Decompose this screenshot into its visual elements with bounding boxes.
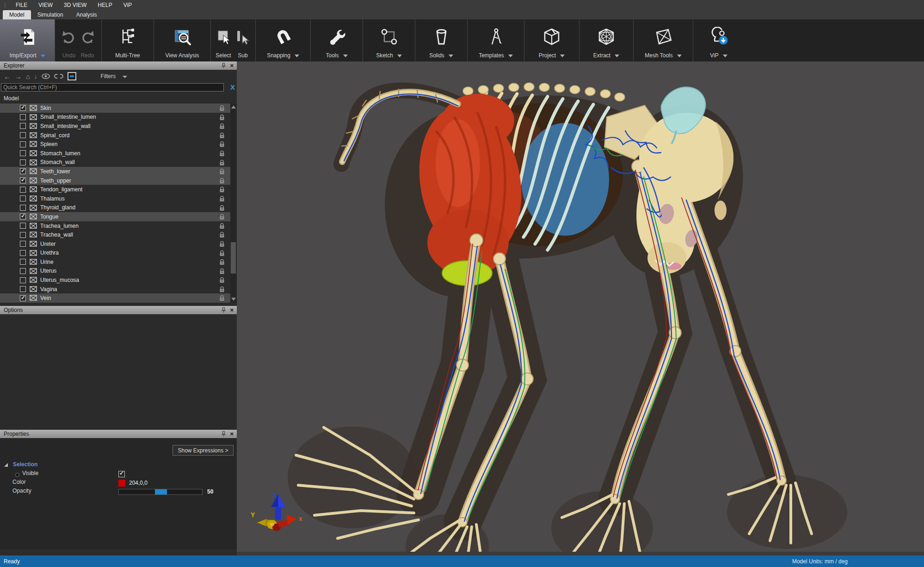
- opacity-slider[interactable]: [118, 489, 203, 495]
- lock-icon[interactable]: [219, 286, 225, 293]
- lock-icon[interactable]: [219, 277, 225, 283]
- visibility-checkbox[interactable]: ✓: [20, 123, 26, 129]
- filters-caret-icon[interactable]: [123, 76, 127, 78]
- link-icon[interactable]: [54, 73, 63, 79]
- menu-3d-view[interactable]: 3D VIEW: [58, 2, 92, 8]
- forward-arrow-icon[interactable]: →: [15, 73, 22, 80]
- tree-item-thalamus[interactable]: ✓ Thalamus: [0, 194, 237, 203]
- multi-tree-button[interactable]: Multi-Tree: [102, 19, 154, 61]
- visibility-checkbox[interactable]: ✓: [20, 187, 26, 193]
- close-icon[interactable]: ✕: [230, 63, 234, 69]
- tree-item-uterus_mucosa[interactable]: ✓ Uterus_mucosa: [0, 275, 237, 285]
- lock-icon[interactable]: [219, 141, 225, 147]
- visible-checkbox[interactable]: ✓: [118, 471, 125, 477]
- tab-simulation[interactable]: Simulation: [31, 10, 70, 19]
- templates-button[interactable]: Templates: [468, 19, 524, 61]
- lock-icon[interactable]: [219, 159, 225, 166]
- tree-item-urine[interactable]: ✓ Urine: [0, 257, 237, 267]
- show-expressions-button[interactable]: Show Expressions >: [172, 445, 234, 456]
- imp-export-button[interactable]: Imp/Export: [0, 19, 55, 61]
- visibility-checkbox[interactable]: ✓: [20, 205, 26, 211]
- visibility-checkbox[interactable]: ✓: [20, 177, 26, 183]
- lock-icon[interactable]: [219, 114, 225, 121]
- lock-icon[interactable]: [219, 195, 225, 202]
- visibility-checkbox[interactable]: ✓: [20, 150, 26, 156]
- tree-item-vagina[interactable]: ✓ Vagina: [0, 285, 237, 294]
- menu-vip[interactable]: ViP: [118, 2, 137, 8]
- visibility-checkbox[interactable]: ✓: [20, 277, 26, 283]
- eye-icon[interactable]: [42, 73, 50, 79]
- lock-icon[interactable]: [219, 132, 225, 139]
- pin-icon[interactable]: [221, 307, 226, 313]
- lock-icon[interactable]: [219, 150, 225, 157]
- tree-item-tongue[interactable]: ✓ Tongue: [0, 212, 237, 221]
- lock-icon[interactable]: [219, 250, 225, 256]
- dropdown-caret-icon[interactable]: [560, 55, 565, 57]
- tree-item-skin[interactable]: ✓ Skin: [0, 104, 237, 113]
- tree-item-teeth_upper[interactable]: ✓ Teeth_upper: [0, 176, 237, 185]
- tree-item-tendon_ligament[interactable]: ✓ Tendon_ligament: [0, 185, 237, 194]
- undo-button[interactable]: Undo: [61, 22, 77, 60]
- dropdown-caret-icon[interactable]: [508, 55, 513, 57]
- lock-icon[interactable]: [219, 186, 225, 193]
- select-button[interactable]: Select: [215, 22, 232, 60]
- lock-icon[interactable]: [219, 223, 225, 229]
- tree-item-thyroid_gland[interactable]: ✓ Thyroid_gland: [0, 203, 237, 213]
- scrollbar-thumb[interactable]: [231, 242, 236, 274]
- lock-icon[interactable]: [219, 177, 225, 184]
- pin-icon[interactable]: [221, 63, 226, 68]
- project-button[interactable]: Project: [524, 19, 579, 61]
- tree-item-trachea_lumen[interactable]: ✓ Trachea_lumen: [0, 221, 237, 231]
- filters-button[interactable]: Filters: [101, 73, 116, 79]
- dropdown-caret-icon[interactable]: [343, 55, 348, 57]
- close-icon[interactable]: ✕: [230, 431, 234, 437]
- menu-file[interactable]: FILE: [10, 2, 33, 8]
- lock-icon[interactable]: [219, 259, 225, 265]
- visibility-checkbox[interactable]: ✓: [20, 168, 26, 174]
- lock-icon[interactable]: [219, 168, 225, 175]
- lock-icon[interactable]: [219, 205, 225, 211]
- opacity-slider-thumb[interactable]: [155, 489, 167, 494]
- visibility-checkbox[interactable]: ✓: [20, 159, 26, 165]
- sub-select-button[interactable]: Sub: [234, 22, 251, 60]
- mesh-display-toggle-icon[interactable]: [68, 72, 76, 80]
- dropdown-caret-icon[interactable]: [723, 55, 727, 57]
- tree-scrollbar[interactable]: [230, 104, 237, 303]
- 3d-viewport[interactable]: z Y x: [237, 61, 924, 552]
- visibility-checkbox[interactable]: ✓: [20, 241, 26, 247]
- home-icon[interactable]: ⌂: [26, 73, 30, 80]
- visibility-checkbox[interactable]: ✓: [20, 250, 26, 256]
- close-icon[interactable]: ✕: [230, 307, 234, 313]
- extract-button[interactable]: Extract: [579, 19, 634, 61]
- tree-item-teeth_lower[interactable]: ✓ Teeth_lower: [0, 167, 237, 176]
- lock-icon[interactable]: [219, 295, 225, 301]
- down-arrow-icon[interactable]: ↓: [34, 73, 37, 79]
- visibility-checkbox[interactable]: ✓: [20, 286, 26, 292]
- tools-button[interactable]: Tools: [311, 19, 363, 61]
- visibility-checkbox[interactable]: ✓: [20, 259, 26, 265]
- tree-item-small_intestine_lumen[interactable]: ✓ Small_intestine_lumen: [0, 113, 237, 122]
- toolbar-grip-icon[interactable]: ⋮: [0, 2, 10, 8]
- collapse-triangle-icon[interactable]: [4, 463, 8, 467]
- orientation-axis-widget[interactable]: z Y x: [250, 490, 305, 538]
- visibility-checkbox[interactable]: ✓: [20, 268, 26, 274]
- solids-button[interactable]: Solids: [415, 19, 468, 61]
- dropdown-caret-icon[interactable]: [677, 55, 682, 57]
- lock-icon[interactable]: [219, 213, 225, 220]
- dropdown-caret-icon[interactable]: [41, 55, 45, 57]
- visibility-checkbox[interactable]: ✓: [20, 132, 26, 138]
- tree-item-spleen[interactable]: ✓ Spleen: [0, 140, 237, 149]
- mesh-tools-button[interactable]: Mesh Tools: [634, 19, 693, 61]
- scroll-down-icon[interactable]: [231, 298, 236, 301]
- tree-item-spinal_cord[interactable]: ✓ Spinal_cord: [0, 131, 237, 140]
- tab-model[interactable]: Model: [3, 10, 31, 19]
- lock-icon[interactable]: [219, 241, 225, 247]
- color-swatch[interactable]: [118, 480, 125, 487]
- scroll-up-icon[interactable]: [231, 105, 236, 109]
- tree-item-trachea_wall[interactable]: ✓ Trachea_wall: [0, 230, 237, 239]
- dropdown-caret-icon[interactable]: [615, 55, 619, 57]
- tree-root-model[interactable]: Model: [0, 92, 237, 104]
- lock-icon[interactable]: [219, 105, 225, 111]
- visibility-checkbox[interactable]: ✓: [20, 195, 26, 201]
- visibility-checkbox[interactable]: ✓: [20, 213, 26, 219]
